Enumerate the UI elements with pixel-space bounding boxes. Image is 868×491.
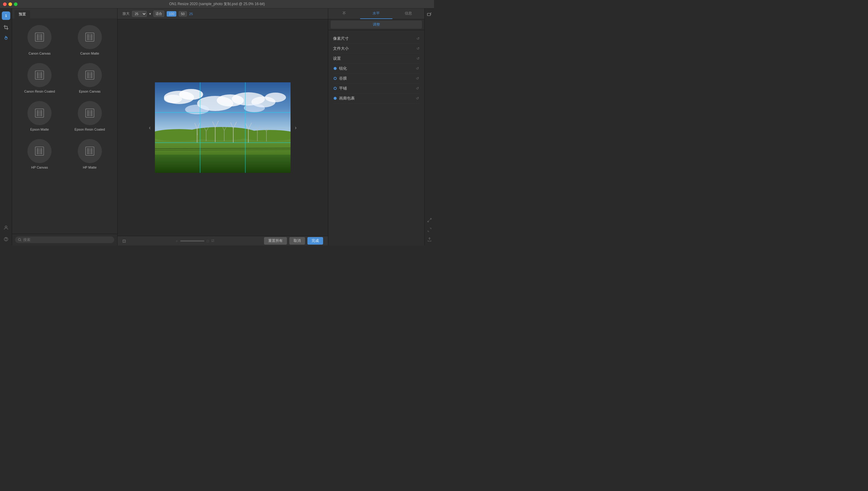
close-button[interactable] xyxy=(3,2,7,6)
svg-rect-51 xyxy=(35,147,44,155)
preset-item-canon-resin-coated[interactable]: Canon Resin Coated xyxy=(15,59,64,96)
file-size-reset[interactable]: ↺ xyxy=(416,47,420,51)
preset-item-canon-canvas[interactable]: Canon Canvas xyxy=(15,21,64,58)
zoom-fit-button[interactable]: 适合 xyxy=(153,10,164,17)
gallery-wrap-label: 画廊包裹 xyxy=(339,96,355,101)
expand-right-icon[interactable] xyxy=(426,216,433,224)
sharpening-reset[interactable]: ↺ xyxy=(416,66,419,70)
share-right-icon[interactable] xyxy=(426,236,433,243)
zoom-label: 放大 xyxy=(122,11,130,16)
setting-row-sharpening: 锐化 ↺ xyxy=(333,64,420,74)
sharpening-dot[interactable] xyxy=(334,67,337,70)
minimize-button[interactable] xyxy=(8,2,12,6)
preset-item-epson-canvas[interactable]: Epson Canvas xyxy=(65,59,115,96)
search-input-wrap xyxy=(15,236,114,243)
zoom-25-button[interactable]: 25 xyxy=(189,12,193,16)
setting-row-grain: 谷膜 ↺ xyxy=(333,74,420,84)
zoom-50-button[interactable]: 50 xyxy=(179,11,187,17)
preset-name-canon-matte: Canon Matte xyxy=(80,52,99,55)
grain-dot[interactable] xyxy=(334,77,337,80)
settings-reset[interactable]: ↺ xyxy=(416,56,420,61)
svg-rect-44 xyxy=(86,109,94,117)
preset-tab[interactable]: 预置 xyxy=(14,10,30,19)
preset-circle xyxy=(78,101,102,125)
setting-row-tiling: 平铺 ↺ xyxy=(333,84,420,93)
prev-arrow[interactable]: ‹ xyxy=(149,124,151,131)
preset-name-epson-canvas: Epson Canvas xyxy=(79,90,101,93)
traffic-lights xyxy=(3,2,18,6)
window-title: ON1 Resize 2020 (sample_photo 复制.psd @ 2… xyxy=(169,1,265,7)
tab-not[interactable]: 不 xyxy=(328,8,360,19)
preset-item-hp-canvas[interactable]: HP Canvas xyxy=(15,136,64,172)
sidebar-tabs: 预置 xyxy=(12,8,117,19)
right-panel-body: 像素尺寸 ↺ 文件大小 ↺ 设置 ↺ 锐化 ↺ xyxy=(328,30,424,246)
right-panel: 不 水平 信息 调整 像素尺寸 ↺ 文件大小 ↺ 设置 ↺ xyxy=(328,8,424,246)
cancel-button[interactable]: 取消 xyxy=(289,237,305,244)
preset-grid-container[interactable]: Canon Canvas xyxy=(12,19,117,234)
tab-horizontal[interactable]: 水平 xyxy=(360,8,392,19)
user-icon[interactable] xyxy=(2,224,10,232)
crop-tool[interactable] xyxy=(2,24,10,31)
setting-left-tiling: 平铺 xyxy=(334,86,347,91)
setting-left-sharpening: 锐化 xyxy=(334,66,347,71)
preset-item-epson-resin-coated[interactable]: Epson Resin Coated xyxy=(65,97,115,134)
svg-point-8 xyxy=(6,240,6,241)
reset-all-button[interactable]: 重置所有 xyxy=(264,237,287,244)
preset-item-hp-matte[interactable]: HP Matte xyxy=(65,136,115,172)
preset-item-epson-matte[interactable]: Epson Matte xyxy=(15,97,64,134)
svg-rect-23 xyxy=(35,71,44,79)
next-arrow[interactable]: › xyxy=(295,124,297,131)
search-icon xyxy=(18,238,22,241)
svg-point-75 xyxy=(265,93,286,102)
pixel-size-label: 像素尺寸 xyxy=(333,36,349,41)
pixel-size-reset[interactable]: ↺ xyxy=(416,36,420,41)
tiling-dot[interactable] xyxy=(334,87,337,90)
collapse-right-icon[interactable] xyxy=(426,226,433,233)
search-input[interactable] xyxy=(23,238,111,242)
preset-item-canon-matte[interactable]: Canon Matte xyxy=(65,21,115,58)
panel-row-pixel-size: 像素尺寸 ↺ xyxy=(333,34,420,44)
done-button[interactable]: 完成 xyxy=(307,237,323,244)
maximize-button[interactable] xyxy=(14,2,18,6)
svg-point-65 xyxy=(19,238,21,241)
svg-point-76 xyxy=(185,105,209,114)
preset-circle xyxy=(78,63,102,87)
nav-check: ☑ xyxy=(211,239,214,243)
tiling-reset[interactable]: ↺ xyxy=(416,86,419,90)
svg-rect-37 xyxy=(35,109,44,117)
photo-container: ‹ › xyxy=(155,82,290,173)
photo-svg xyxy=(155,82,290,173)
panel-row-file-size: 文件大小 ↺ xyxy=(333,44,420,54)
svg-rect-82 xyxy=(155,155,290,173)
preset-name-hp-canvas: HP Canvas xyxy=(31,166,48,169)
zoom-select[interactable]: 25 50 100 xyxy=(132,11,147,17)
canvas-viewport[interactable]: ‹ › xyxy=(118,19,328,236)
hand-tool[interactable] xyxy=(2,34,10,41)
svg-point-70 xyxy=(164,95,182,103)
preset-name-epson-resin-coated: Epson Resin Coated xyxy=(74,127,105,131)
tab-info[interactable]: 信息 xyxy=(393,8,424,19)
gallery-wrap-dot[interactable] xyxy=(334,97,337,100)
fullscreen-icon[interactable]: ⊡ xyxy=(122,238,126,243)
sidebar: 预置 xyxy=(12,8,118,246)
right-subtabs: 调整 xyxy=(328,19,424,30)
canvas-bottom: ⊡ ○ □ ☑ 重置所有 取消 完成 xyxy=(118,236,328,246)
crop-right-icon[interactable] xyxy=(426,11,433,18)
adjust-subtab[interactable]: 调整 xyxy=(331,21,422,29)
zoom-100-button[interactable]: 100 xyxy=(167,11,176,17)
gallery-wrap-reset[interactable]: ↺ xyxy=(416,96,419,100)
titlebar: ON1 Resize 2020 (sample_photo 复制.psd @ 2… xyxy=(0,0,434,8)
help-icon[interactable] xyxy=(2,235,10,243)
svg-rect-9 xyxy=(35,33,44,41)
preset-circle xyxy=(27,25,52,49)
grain-reset[interactable]: ↺ xyxy=(416,76,419,81)
panel-row-settings: 设置 ↺ xyxy=(333,54,420,64)
setting-left-gallery-wrap: 画廊包裹 xyxy=(334,96,355,101)
setting-left-grain: 谷膜 xyxy=(334,76,347,81)
bottom-progress: ○ □ ☑ xyxy=(176,239,214,243)
bottom-icons: ⊡ xyxy=(122,238,126,243)
svg-line-115 xyxy=(430,219,431,220)
search-bar xyxy=(12,234,117,246)
app-layout: 1 xyxy=(0,8,434,246)
preset-circle xyxy=(78,25,102,49)
